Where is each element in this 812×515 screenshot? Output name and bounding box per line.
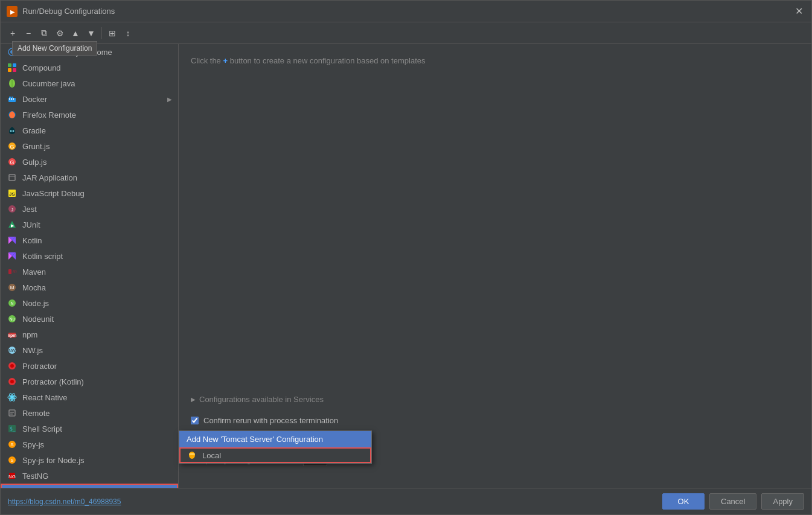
- svg-rect-59: [10, 414, 13, 415]
- sidebar-item-protractor-kotlin[interactable]: Protractor (Kotlin): [1, 374, 178, 389]
- protractor-icon: [7, 360, 18, 371]
- svg-text:npm: npm: [8, 333, 17, 338]
- sidebar-item-maven[interactable]: m Maven: [1, 264, 178, 280]
- npm-icon: npm: [7, 329, 18, 340]
- sidebar-label-remote: Remote: [22, 409, 50, 418]
- attach-icon: [7, 46, 18, 57]
- submenu-local-label: Local: [202, 451, 221, 460]
- jsdebug-icon: JS: [7, 188, 18, 199]
- svg-rect-37: [8, 269, 11, 274]
- sidebar-item-spyjs[interactable]: S Spy-js: [1, 437, 178, 452]
- add-button[interactable]: +: [5, 26, 20, 40]
- protractor-kotlin-icon: [7, 376, 18, 387]
- ok-button[interactable]: OK: [662, 493, 705, 510]
- sidebar-item-tomcat[interactable]: Tomcat Server ▶: [1, 484, 178, 488]
- sidebar-item-gulp[interactable]: G Gulp.js: [1, 154, 178, 170]
- main-content: [191, 83, 799, 395]
- sidebar-item-protractor[interactable]: Protractor: [1, 358, 178, 374]
- sidebar-item-grunt[interactable]: G Grunt.js: [1, 138, 178, 154]
- sidebar-item-nwjs[interactable]: NW NW.js: [1, 342, 178, 358]
- submenu-popup: Add New 'Tomcat Server' Configuration Lo…: [179, 430, 372, 464]
- docker-arrow: ▶: [167, 96, 172, 103]
- svg-rect-6: [8, 68, 11, 72]
- submenu-header: Add New 'Tomcat Server' Configuration: [179, 431, 371, 447]
- sidebar-label-jest: Jest: [22, 205, 37, 214]
- sidebar-item-npm[interactable]: npm npm: [1, 327, 178, 342]
- sidebar-label-gulp: Gulp.js: [22, 158, 46, 167]
- close-button[interactable]: ✕: [793, 5, 805, 17]
- svg-text:G: G: [10, 144, 14, 150]
- svg-rect-14: [11, 98, 12, 100]
- sidebar-item-junit[interactable]: ▶ JUnit: [1, 217, 178, 232]
- submenu-tomcat-icon: [187, 450, 197, 461]
- sidebar-label-nwjs: NW.js: [22, 346, 43, 355]
- cucumber-icon: [7, 78, 18, 89]
- bottom-buttons: OK Cancel Apply: [662, 493, 804, 510]
- nodeunit-icon: Nu: [7, 313, 18, 324]
- move-up-button[interactable]: ▲: [68, 26, 83, 40]
- sidebar-item-kotlin[interactable]: Kotlin: [1, 232, 178, 248]
- nwjs-icon: NW: [7, 345, 18, 356]
- sidebar-item-docker[interactable]: Docker ▶: [1, 91, 178, 107]
- svg-rect-58: [10, 412, 14, 413]
- sidebar-label-grunt: Grunt.js: [22, 142, 50, 151]
- sidebar-label-kotlin-script: Kotlin script: [22, 252, 63, 261]
- sidebar-item-remote[interactable]: Remote: [1, 405, 178, 421]
- sidebar-item-cucumber[interactable]: Cucumber java: [1, 75, 178, 91]
- sidebar-item-nodejs[interactable]: N Node.js: [1, 295, 178, 311]
- checkbox-rerun[interactable]: [191, 417, 199, 424]
- sidebar-item-mocha[interactable]: M Mocha: [1, 280, 178, 295]
- svg-rect-5: [13, 63, 16, 67]
- cancel-button[interactable]: Cancel: [709, 493, 756, 510]
- sidebar-item-shell-script[interactable]: $_ Shell Script: [1, 421, 178, 437]
- bottom-link[interactable]: https://blog.csdn.net/m0_46988935: [8, 497, 121, 506]
- spyjs-node-icon: S: [7, 455, 18, 465]
- svg-text:M: M: [10, 285, 14, 290]
- settings-button[interactable]: ⚙: [53, 26, 67, 40]
- copy-button[interactable]: ⧉: [37, 26, 51, 40]
- sidebar-item-attach-nodejs[interactable]: Attach to Node.js/Chrome: [1, 44, 178, 60]
- svg-text:S: S: [10, 442, 13, 447]
- sidebar-item-testng[interactable]: NG TestNG: [1, 468, 178, 484]
- share-button[interactable]: ⊞: [105, 26, 120, 40]
- sort-button[interactable]: ↕: [121, 26, 135, 40]
- firefox-icon: [7, 109, 18, 120]
- sidebar: Attach to Node.js/Chrome Compound: [1, 44, 179, 488]
- sidebar-item-react-native[interactable]: React Native: [1, 389, 178, 405]
- sidebar-label-testng: TestNG: [22, 472, 48, 481]
- sidebar-label-gradle: Gradle: [22, 126, 46, 135]
- submenu-item-local[interactable]: Local: [179, 447, 371, 463]
- spyjs-icon: S: [7, 439, 18, 450]
- react-native-icon: [7, 392, 18, 403]
- sidebar-item-spyjs-node[interactable]: S Spy-js for Node.js: [1, 452, 178, 468]
- sidebar-label-spyjs: Spy-js: [22, 440, 44, 449]
- sidebar-item-gradle[interactable]: Gradle: [1, 123, 178, 138]
- svg-rect-15: [13, 98, 14, 100]
- sidebar-item-jsdebug[interactable]: JS JavaScript Debug: [1, 185, 178, 201]
- sidebar-label-nodeunit: Nodeunit: [22, 315, 54, 324]
- remove-button[interactable]: −: [21, 26, 36, 40]
- sidebar-label-react-native: React Native: [22, 393, 67, 402]
- sidebar-label-shell-script: Shell Script: [22, 424, 62, 433]
- apply-button[interactable]: Apply: [761, 493, 804, 510]
- sidebar-label-jar: JAR Application: [22, 173, 77, 182]
- svg-text:NW: NW: [8, 348, 16, 353]
- nodejs-icon: N: [7, 298, 18, 309]
- services-section[interactable]: ▶ Configurations available in Services: [191, 395, 799, 404]
- sidebar-item-nodeunit[interactable]: Nu Nodeunit: [1, 311, 178, 327]
- sidebar-item-compound[interactable]: Compound: [1, 60, 178, 75]
- sidebar-item-jest[interactable]: J Jest: [1, 201, 178, 217]
- sidebar-item-firefox[interactable]: Firefox Remote: [1, 107, 178, 123]
- move-down-button[interactable]: ▼: [84, 26, 98, 40]
- svg-rect-12: [11, 97, 13, 98]
- sidebar-item-jar[interactable]: JAR Application: [1, 170, 178, 185]
- sidebar-label-jsdebug: JavaScript Debug: [22, 189, 85, 198]
- sidebar-item-kotlin-script[interactable]: Kotlin script: [1, 248, 178, 264]
- sidebar-label-nodejs: Node.js: [22, 299, 49, 308]
- svg-text:$_: $_: [10, 426, 16, 432]
- sidebar-label-docker: Docker: [22, 95, 47, 104]
- hint-plus: +: [223, 56, 228, 65]
- toolbar-separator: [101, 27, 102, 39]
- jar-icon: [7, 172, 18, 183]
- svg-point-52: [10, 380, 14, 383]
